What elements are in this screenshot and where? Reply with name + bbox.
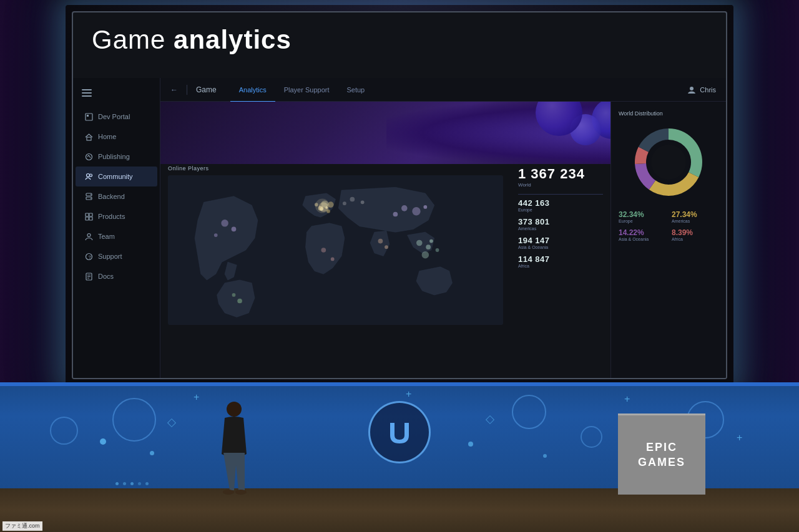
africa-label: Africa [518, 264, 603, 268]
svg-point-52 [651, 145, 686, 180]
americas-dist-label: Americas [672, 219, 718, 223]
support-icon: ? [84, 252, 93, 261]
svg-point-38 [429, 239, 433, 243]
topbar-username: Chris [700, 86, 716, 94]
stage-floor: + + + + [0, 368, 799, 532]
deco-dot-3 [468, 442, 473, 447]
epic-logo-line2: GAMES [638, 457, 685, 469]
dashboard: Dev Portal Home Publishing [73, 78, 726, 378]
deco-dot-4 [543, 454, 547, 458]
back-button[interactable]: ← [170, 85, 178, 94]
sidebar-label-team: Team [98, 233, 115, 240]
screen-title: Game analytics [92, 25, 292, 55]
stat-divider [518, 194, 603, 195]
donut-chart [628, 122, 709, 203]
world-map-svg [168, 175, 503, 325]
svg-point-49 [350, 197, 355, 202]
world-total-number: 1 367 234 [518, 167, 603, 181]
deco-plus-2: + [406, 389, 411, 400]
deco-plus-3: + [624, 394, 630, 405]
sidebar-item-docs[interactable]: Docs [76, 266, 157, 286]
americas-pct: 27.34% [672, 210, 718, 219]
sidebar-item-backend[interactable]: Backend [76, 186, 157, 206]
tab-setup[interactable]: Setup [338, 79, 373, 102]
unreal-logo [368, 401, 431, 463]
svg-point-37 [426, 244, 431, 249]
svg-rect-2 [87, 137, 91, 140]
team-icon [84, 232, 93, 241]
deco-circle-4 [581, 426, 602, 448]
svg-point-29 [214, 233, 218, 237]
user-avatar-icon [687, 85, 696, 94]
online-players-title: Online Players [168, 165, 503, 172]
dot-pattern [115, 482, 150, 485]
svg-point-3 [86, 153, 92, 160]
svg-point-36 [416, 240, 423, 246]
screen-frame: Game analytics Dev Portal [72, 11, 727, 379]
distribution-panel: World Distribution [610, 102, 726, 378]
svg-point-58 [227, 402, 242, 417]
donut-chart-container [619, 122, 718, 203]
sidebar-label-backend: Backend [98, 193, 125, 200]
stat-asia-oceania: 194 147 Asia & Oceania [518, 236, 603, 249]
deco-dot-1 [100, 438, 106, 445]
svg-point-50 [361, 200, 365, 204]
backend-icon [84, 192, 93, 201]
products-icon [84, 212, 93, 221]
community-icon [84, 172, 93, 181]
svg-point-33 [423, 205, 427, 209]
analytics-panels: Online Players [160, 102, 726, 378]
tab-player-support[interactable]: Player Support [275, 79, 338, 102]
distribution-stats: 32.34% Europe 27.34% Americas 14.22% Asi… [619, 210, 718, 241]
svg-rect-12 [86, 217, 89, 220]
africa-value: 114 847 [518, 254, 603, 264]
epic-games-podium: EPIC GAMES [618, 414, 705, 495]
topbar: ← Game Analytics Player Support Setup Ch… [160, 78, 726, 102]
projected-screen: Game analytics Dev Portal [72, 11, 727, 379]
content-area: Online Players [160, 102, 726, 378]
svg-point-42 [331, 258, 335, 261]
africa-dist-label: Africa [672, 237, 718, 241]
sidebar-item-home[interactable]: Home [76, 127, 157, 147]
hamburger-menu[interactable] [73, 84, 160, 102]
svg-point-28 [232, 227, 237, 232]
sidebar-item-community[interactable]: Community [76, 167, 157, 186]
svg-point-41 [321, 248, 326, 253]
europe-label: Europe [518, 208, 603, 212]
asia-pct: 14.22% [619, 228, 665, 237]
epic-logo-line1: EPIC [646, 442, 677, 454]
sidebar-label-support: Support [98, 253, 122, 260]
stat-africa: 114 847 Africa [518, 254, 603, 268]
sidebar-label-community: Community [98, 173, 133, 180]
title-game: Game analytics [92, 25, 292, 54]
americas-value: 373 801 [518, 217, 603, 226]
sidebar-item-products[interactable]: Products [76, 206, 157, 226]
sidebar-item-support[interactable]: ? Support [76, 246, 157, 266]
title-analytics-word: analytics [174, 25, 292, 54]
svg-point-34 [378, 239, 383, 244]
svg-point-5 [89, 174, 92, 177]
svg-point-51 [343, 201, 346, 205]
europe-pct: 32.34% [619, 210, 665, 219]
svg-rect-0 [86, 114, 92, 120]
topbar-tabs: Analytics Player Support Setup [230, 78, 374, 102]
publishing-icon [84, 152, 93, 161]
home-icon [84, 132, 93, 141]
svg-rect-13 [89, 217, 92, 220]
sidebar-item-team[interactable]: Team [76, 226, 157, 246]
back-arrow-icon: ← [170, 85, 178, 94]
svg-point-59 [223, 490, 234, 495]
deco-plus-1: + [194, 392, 199, 403]
svg-rect-1 [87, 115, 89, 117]
sidebar-item-dev-portal[interactable]: Dev Portal [76, 107, 157, 127]
deco-diamond-2 [486, 415, 494, 424]
sidebar-label-docs: Docs [98, 273, 114, 280]
sidebar-item-publishing[interactable]: Publishing [76, 147, 157, 167]
deco-circle-1 [112, 398, 156, 442]
svg-point-44 [237, 299, 242, 304]
tab-analytics[interactable]: Analytics [230, 79, 275, 102]
stat-americas: 373 801 Americas [518, 217, 603, 231]
map-section: Online Players [160, 102, 511, 378]
svg-point-47 [320, 207, 324, 211]
sidebar-label-home: Home [98, 133, 116, 140]
